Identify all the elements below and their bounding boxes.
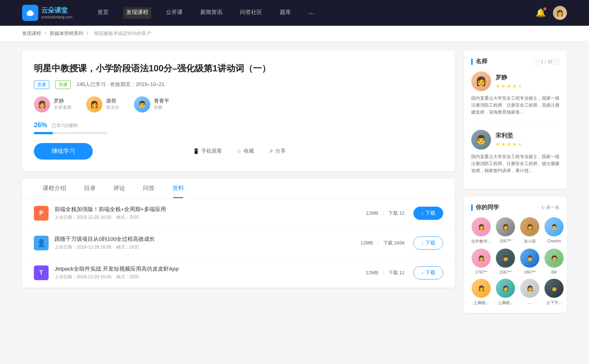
mobile-watch-button[interactable]: 📱 手机观看 xyxy=(188,145,226,157)
tab-qa[interactable]: 问答 xyxy=(134,179,163,198)
classmate-5[interactable]: 👩 1767** xyxy=(471,249,491,274)
resource-meta-3: 上传日期：2019-12-28 16:00 格式：DOC xyxy=(54,274,366,280)
teacher-2-name: 凌荷 xyxy=(106,98,119,104)
user-avatar[interactable]: 👩 xyxy=(553,6,567,20)
resource-icon-1: P xyxy=(34,206,49,221)
classmate-12[interactable]: 👨 云下平... xyxy=(544,279,564,306)
resource-name-3: Jetpack全组件实战 开发短视频应用高仿皮皮虾App xyxy=(54,265,366,272)
teacher-1-avatar: 👩 xyxy=(34,96,50,113)
progress-section: 26% 已学习0课时 xyxy=(34,121,443,134)
classmate-4[interactable]: 👨 Charles xyxy=(544,217,564,244)
nav-quiz[interactable]: 题库 xyxy=(277,7,294,19)
refresh-icon: ↻ xyxy=(541,205,545,210)
classmate-11-avatar: 👩 xyxy=(520,279,539,298)
bell-icon[interactable]: 🔔 xyxy=(536,8,546,18)
logo-text: 云朵课堂 yunduoketang.com xyxy=(41,6,73,19)
resource-stats-2: 12MB | 下载 3456 xyxy=(360,240,405,246)
classmate-10[interactable]: 👩 上脑能... xyxy=(495,279,515,306)
progress-percent: 26% xyxy=(34,121,47,129)
classmate-7-name: 1867** xyxy=(520,270,540,274)
download-button-3[interactable]: ↓ 下载 xyxy=(413,266,443,279)
refresh-classmates-button[interactable]: ↻ 换一换 xyxy=(541,204,560,211)
classmate-2-avatar: 👩 xyxy=(496,217,515,236)
tab-resource[interactable]: 资料 xyxy=(163,179,193,198)
nav-discover[interactable]: 发现课程 xyxy=(123,7,151,19)
logo[interactable]: 云朵课堂 yunduoketang.com xyxy=(22,5,73,21)
resource-name-1: 前端全栈加强版！前端全栈+全周期+多端应用 xyxy=(54,206,366,213)
classmate-4-name: Charles xyxy=(544,239,564,243)
classmate-1[interactable]: 👩 化学教书... xyxy=(471,217,491,244)
breadcrumb-sep1: / xyxy=(45,31,47,36)
tab-toc[interactable]: 目录 xyxy=(75,179,105,198)
nav-home[interactable]: 首页 xyxy=(95,7,112,19)
resource-name-2: 跟随千万级项目从0到100全过程高效成长 xyxy=(54,236,360,243)
teacher-next-button[interactable]: › xyxy=(554,59,560,65)
action-buttons: 📱 手机观看 ☆ 收藏 ↗ 分享 xyxy=(188,145,290,157)
teacher-prev-button[interactable]: ‹ xyxy=(533,59,539,65)
breadcrumb-discover[interactable]: 发现课程 xyxy=(22,31,41,36)
teacher-page-current: 1 xyxy=(541,59,543,64)
classmate-10-avatar: 👩 xyxy=(496,279,515,298)
classmate-12-name: 云下平... xyxy=(544,300,564,306)
resource-meta-1: 上传日期：2019-12-28 16:00 格式：DOC xyxy=(54,214,366,221)
teacher-3-name: 青青平 xyxy=(154,98,169,104)
breadcrumb-series[interactable]: 新媒体营销系列 xyxy=(50,31,83,36)
nav-more[interactable]: ··· xyxy=(306,7,318,19)
classmate-10-name: 上脑能... xyxy=(495,300,515,306)
classmate-11[interactable]: 👩 ... xyxy=(520,279,540,306)
download-button-1[interactable]: ↓ 下载 xyxy=(413,207,443,220)
resource-info-3: Jetpack全组件实战 开发短视频应用高仿皮皮虾App 上传日期：2019-1… xyxy=(54,265,366,280)
teacher-pagination: ‹ 1 / 10 › xyxy=(533,59,560,65)
classmate-8-avatar: 🧑 xyxy=(544,249,564,268)
teachers: 👩 罗静 主讲老师 👩 凌荷 班主任 xyxy=(34,96,443,113)
progress-bar-fill xyxy=(34,132,53,134)
classmate-6-name: 1567** xyxy=(495,270,515,274)
classmate-2[interactable]: 👩 1567** xyxy=(495,217,515,244)
badge-record: 录播 xyxy=(55,81,71,89)
breadcrumb-current: 销冠修炼术搞定80%的客户 xyxy=(94,31,151,36)
nav-open[interactable]: 公开课 xyxy=(163,7,186,19)
tabs-section: 课程介绍 目录 评论 问答 资料 P 前端全栈加强版！前端全栈+全周期+多端应用… xyxy=(22,179,455,288)
teachers-card: 名师 ‹ 1 / 10 › 👩 罗静 xyxy=(464,50,567,189)
classmate-2-name: 1567** xyxy=(495,239,515,243)
classmate-5-name: 1767** xyxy=(471,270,491,274)
classmate-6[interactable]: 👨 1567** xyxy=(495,249,515,274)
share-icon: ↗ xyxy=(269,148,273,154)
classmate-3-avatar: 👩 xyxy=(520,217,539,236)
collect-button[interactable]: ☆ 收藏 xyxy=(232,145,258,157)
teacher-1-role: 主讲老师 xyxy=(54,104,71,111)
nav-news[interactable]: 新闻资讯 xyxy=(197,7,225,19)
classmate-8[interactable]: 🧑 Bill xyxy=(544,249,564,274)
sidebar-teacher-2: 👨 宋利坚 ★ ★ ★ ★ ★ 国内某重点大学安全工程专业硕士，国家一级注册消防… xyxy=(471,130,560,175)
main-layout: 明星中教授课，小学阶段语法100分–强化级第1讲动词（一） 直播 录播 246人… xyxy=(0,42,589,329)
sidebar-teacher-1-stars: ★ ★ ★ ★ ★ xyxy=(495,83,522,89)
download-button-2[interactable]: ↓ 下载 xyxy=(413,236,443,250)
header-right: 🔔 👩 xyxy=(536,6,567,20)
classmate-7[interactable]: 👨 1867** xyxy=(520,249,540,274)
badge-live: 直播 xyxy=(34,81,49,89)
classmate-11-name: ... xyxy=(520,300,540,304)
classmate-9-name: 上脑能... xyxy=(471,300,491,306)
tab-content: P 前端全栈加强版！前端全栈+全周期+多端应用 上传日期：2019-12-28 … xyxy=(22,199,455,288)
teacher-3-avatar: 👨 xyxy=(134,96,150,113)
classmate-1-name: 化学教书... xyxy=(471,239,491,244)
progress-label: 已学习0课时 xyxy=(52,123,78,128)
classmate-3[interactable]: 👩 张小田 xyxy=(520,217,540,244)
resource-meta-2: 上传日期：2019-12-28 16:00 格式：DOC xyxy=(54,244,360,250)
teacher-1-name: 罗静 xyxy=(54,98,71,104)
notification-dot xyxy=(543,7,546,10)
continue-button[interactable]: 继续学习 xyxy=(34,143,93,160)
teacher-divider xyxy=(471,124,560,124)
resource-info-1: 前端全栈加强版！前端全栈+全周期+多端应用 上传日期：2019-12-28 16… xyxy=(54,206,366,221)
resource-stats-1: 12MB | 下载 12 xyxy=(366,210,405,217)
classmate-8-name: Bill xyxy=(544,270,564,274)
classmate-9[interactable]: 👩 上脑能... xyxy=(471,279,491,306)
nav-qa[interactable]: 问答社区 xyxy=(237,7,265,19)
classmate-6-avatar: 👨 xyxy=(496,249,515,268)
tab-review[interactable]: 评论 xyxy=(105,179,134,198)
course-title: 明星中教授课，小学阶段语法100分–强化级第1讲动词（一） xyxy=(34,62,443,75)
mobile-icon: 📱 xyxy=(193,148,199,154)
resource-icon-3: T xyxy=(34,265,49,280)
tab-intro[interactable]: 课程介绍 xyxy=(34,179,75,198)
share-button[interactable]: ↗ 分享 xyxy=(264,145,290,157)
